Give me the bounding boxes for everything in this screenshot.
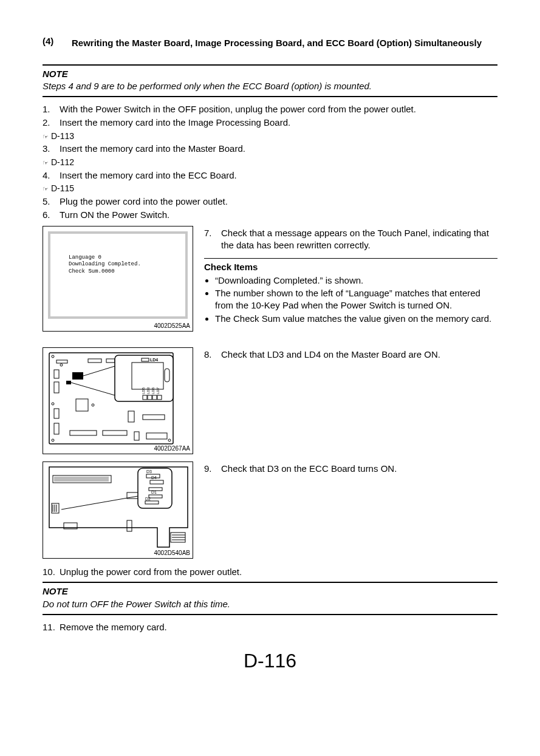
- right-col-1: 7.Check that a message appears on the To…: [204, 226, 497, 332]
- step-3: 3.Insert the memory card into the Master…: [43, 143, 497, 155]
- label-ld5: LD5: [142, 387, 145, 395]
- crossref-2: ☞D-113: [43, 131, 497, 142]
- ecc-board-diagram: D3 D4 D1 D2: [43, 462, 194, 559]
- svg-rect-32: [134, 432, 139, 440]
- steps-list: 11.Remove the memory card.: [43, 621, 497, 633]
- step-num: 8.: [204, 349, 221, 361]
- note-label: NOTE: [43, 585, 497, 598]
- right-col-3: 9.Check that D3 on the ECC Board turns O…: [204, 461, 497, 559]
- label-ld7: LD7: [156, 387, 160, 395]
- crossref-text: D-113: [51, 131, 74, 141]
- section-heading: (4) Rewriting the Master Board, Image Pr…: [43, 35, 497, 51]
- label-ld3: LD3: [146, 387, 150, 395]
- step-num: 1.: [43, 103, 60, 115]
- note-block-1: NOTE Steps 4 and 9 are to be performed o…: [43, 64, 497, 98]
- row-fig3: D3 D4 D1 D2 4002D540AB 9.Check that D3 o…: [43, 461, 497, 559]
- figure-caption: 4002D525AA: [154, 322, 191, 330]
- step-num: 11.: [43, 621, 60, 633]
- step-num: 5.: [43, 196, 60, 208]
- svg-rect-42: [127, 520, 132, 531]
- crossref-3: ☞D-112: [43, 157, 497, 168]
- svg-rect-7: [56, 360, 67, 363]
- step-text: Check that LD3 and LD4 on the Master Boa…: [221, 349, 497, 361]
- right-col-2: 8.Check that LD3 and LD4 on the Master B…: [204, 347, 497, 454]
- screen-line: Language 0: [69, 254, 185, 261]
- svg-rect-10: [54, 409, 59, 418]
- note-text: Do not turn OFF the Power Switch at this…: [43, 598, 497, 610]
- label-d1: D1: [151, 490, 157, 494]
- steps-list: 1.With the Power Switch in the OFF posit…: [43, 103, 497, 129]
- step-text: With the Power Switch in the OFF positio…: [60, 103, 497, 115]
- section-title: Rewriting the Master Board, Image Proces…: [72, 35, 497, 51]
- touch-panel-screen: Language 0 Downloading Completed. Check …: [48, 231, 188, 319]
- crossref-text: D-115: [51, 183, 74, 193]
- step-num: 4.: [43, 169, 60, 182]
- note-block-2: NOTE Do not turn OFF the Power Switch at…: [43, 582, 497, 615]
- svg-point-4: [168, 439, 171, 441]
- svg-rect-26: [76, 399, 88, 411]
- step-num: 3.: [43, 143, 60, 155]
- label-d2: D2: [145, 497, 151, 501]
- pointing-hand-icon: ☞: [43, 133, 49, 140]
- step-num: 10.: [43, 566, 60, 578]
- step-text: Check that a message appears on the Touc…: [221, 227, 497, 252]
- figure-caption: 4002D267AA: [154, 444, 191, 453]
- step-9: 9.Check that D3 on the ECC Board turns O…: [204, 463, 497, 475]
- svg-point-3: [52, 439, 54, 441]
- svg-rect-29: [143, 415, 165, 420]
- figure-ecc-board: D3 D4 D1 D2 4002D540AB: [43, 461, 193, 559]
- screen-line: Downloading Completed.: [69, 261, 185, 268]
- svg-point-6: [60, 364, 63, 366]
- step-text: Unplug the power cord from the power out…: [60, 566, 497, 578]
- steps-list: 7.Check that a message appears on the To…: [204, 227, 497, 252]
- note-label: NOTE: [43, 68, 497, 80]
- figure-caption: 4002D540AB: [154, 549, 191, 557]
- step-num: 2.: [43, 117, 60, 129]
- label-ld4: LD4: [150, 358, 158, 362]
- row-fig2: LD4 LD5 LD3 LD6 LD7: [43, 347, 497, 454]
- steps-list: 9.Check that D3 on the ECC Board turns O…: [204, 463, 497, 475]
- step-7: 7.Check that a message appears on the To…: [204, 227, 497, 252]
- svg-line-25: [71, 383, 115, 395]
- svg-rect-12: [88, 359, 101, 363]
- check-item: The number shown to the left of “Languag…: [215, 287, 497, 312]
- crossref-4: ☞D-115: [43, 183, 497, 194]
- svg-rect-30: [70, 431, 97, 435]
- step-10: 10.Unplug the power cord from the power …: [43, 566, 497, 578]
- step-text: Insert the memory card into the Image Pr…: [60, 117, 497, 129]
- step-2: 2.Insert the memory card into the Image …: [43, 117, 497, 129]
- step-num: 9.: [204, 463, 221, 475]
- crossref-text: D-112: [51, 157, 74, 167]
- steps-list: 5.Plug the power cord into the power out…: [43, 196, 497, 222]
- svg-rect-11: [54, 423, 59, 434]
- svg-rect-28: [128, 411, 134, 422]
- steps-list: 8.Check that LD3 and LD4 on the Master B…: [204, 349, 497, 361]
- note-text: Steps 4 and 9 are to be performed only w…: [43, 80, 497, 92]
- step-text: Plug the power cord into the power outle…: [60, 196, 497, 208]
- svg-rect-8: [54, 370, 59, 378]
- step-num: 7.: [204, 227, 221, 252]
- pointing-hand-icon: ☞: [43, 185, 49, 192]
- svg-rect-31: [103, 431, 127, 435]
- svg-rect-13: [106, 359, 115, 363]
- figure-master-board: LD4 LD5 LD3 LD6 LD7: [43, 347, 193, 454]
- label-d3: D3: [146, 469, 152, 474]
- svg-rect-9: [54, 382, 59, 393]
- check-item: The Check Sum value matches the value gi…: [215, 313, 497, 325]
- master-board-diagram: LD4 LD5 LD3 LD6 LD7: [43, 348, 194, 455]
- label-ld6: LD6: [151, 387, 155, 395]
- step-1: 1.With the Power Switch in the OFF posit…: [43, 103, 497, 115]
- svg-point-1: [52, 355, 54, 358]
- label-d4: D4: [151, 475, 157, 480]
- step-text: Turn ON the Power Switch.: [60, 209, 497, 221]
- svg-line-24: [83, 366, 115, 376]
- steps-list: 3.Insert the memory card into the Master…: [43, 143, 497, 155]
- step-text: Insert the memory card into the ECC Boar…: [60, 169, 497, 182]
- step-text: Check that D3 on the ECC Board turns ON.: [221, 463, 497, 475]
- svg-point-27: [92, 404, 94, 406]
- check-items-heading: Check Items: [204, 258, 497, 273]
- step-num: 6.: [43, 209, 60, 221]
- screen-line: Check Sum.0000: [69, 268, 185, 275]
- svg-rect-33: [146, 433, 167, 439]
- section-number: (4): [43, 35, 72, 51]
